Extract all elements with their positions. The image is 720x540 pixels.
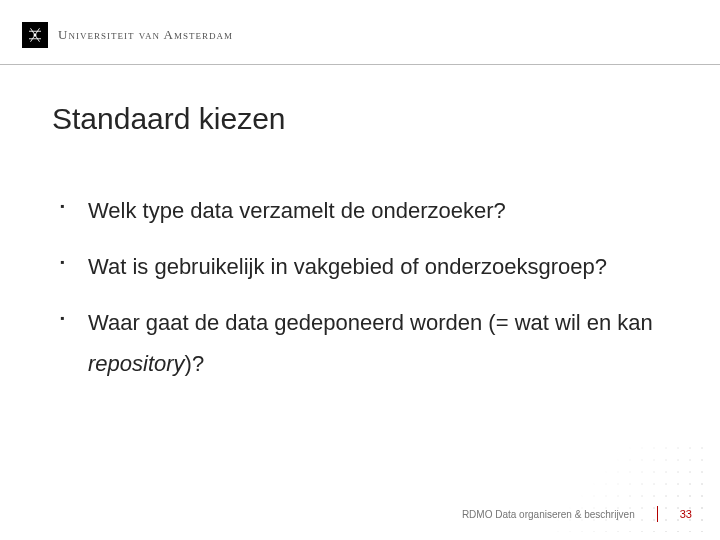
slide: Universiteit van Amsterdam Standaard kie… [0, 0, 720, 540]
svg-point-0 [34, 34, 37, 37]
list-item: Welk type data verzamelt de onderzoeker? [60, 190, 660, 232]
header-rule [0, 64, 720, 65]
university-name: Universiteit van Amsterdam [58, 27, 233, 43]
list-item: Wat is gebruikelijk in vakgebied of onde… [60, 246, 660, 288]
footer-divider [657, 506, 658, 522]
bullet-list: Welk type data verzamelt de onderzoeker?… [60, 190, 660, 399]
uva-logo-icon [22, 22, 48, 48]
footer-label: RDMO Data organiseren & beschrijven [462, 509, 635, 520]
list-item: Waar gaat de data gedeponeerd worden (= … [60, 302, 660, 386]
bullet-text-post: )? [185, 351, 205, 376]
footer: RDMO Data organiseren & beschrijven 33 [462, 506, 692, 522]
slide-title: Standaard kiezen [52, 102, 286, 136]
header: Universiteit van Amsterdam [22, 22, 698, 48]
bullet-text-italic: repository [88, 351, 185, 376]
page-number: 33 [680, 508, 692, 520]
bullet-text: Wat is gebruikelijk in vakgebied of onde… [88, 254, 607, 279]
bullet-text-pre: Waar gaat de data gedeponeerd worden (= … [88, 310, 653, 335]
bullet-text: Welk type data verzamelt de onderzoeker? [88, 198, 506, 223]
